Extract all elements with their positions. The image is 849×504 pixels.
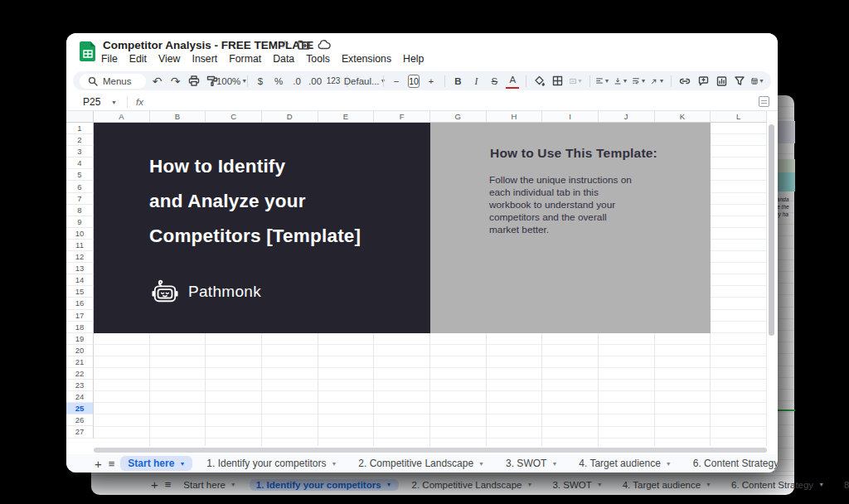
sheet-tab-6[interactable]: 6. Content Strategy▼ (725, 479, 831, 491)
text-wrap-button[interactable]: ▼ (633, 74, 646, 89)
sheet-tab-4[interactable]: 3. SWOT▼ (546, 479, 609, 491)
side-panel-icon[interactable] (759, 96, 769, 107)
increase-font-button[interactable]: + (424, 74, 438, 89)
cloud-status-icon[interactable] (318, 40, 331, 50)
sheet-tab-3[interactable]: 2. Competitive Landscape▼ (405, 479, 540, 491)
all-sheets-button[interactable]: ≡ (109, 458, 114, 470)
row-header-17[interactable]: 17 (66, 310, 94, 322)
column-header-E[interactable]: E (318, 111, 375, 122)
insert-chart-button[interactable] (715, 74, 728, 89)
format-currency-button[interactable]: $ (254, 74, 267, 89)
chevron-down-icon[interactable]: ▼ (179, 461, 185, 467)
sheet-tab-2[interactable]: 1. Identify your competitors▼ (199, 456, 344, 471)
column-header-I[interactable]: I (542, 111, 599, 122)
column-header-A[interactable]: A (94, 111, 150, 122)
chevron-down-icon[interactable]: ▼ (597, 482, 603, 487)
row-header-22[interactable]: 22 (66, 368, 94, 380)
italic-button[interactable]: I (469, 74, 483, 89)
format-percent-button[interactable]: % (272, 74, 285, 89)
sheet-tab-1[interactable]: Start here▼ (177, 479, 242, 491)
add-sheet-button[interactable]: + (95, 457, 102, 471)
font-size-input[interactable]: 10 (408, 75, 420, 88)
vertical-align-button[interactable]: ▼ (614, 74, 628, 89)
name-box-dropdown[interactable]: ▼ (111, 99, 117, 105)
sheet-tab-6[interactable]: 6. Content Strategy▼ (686, 456, 778, 471)
row-header-12[interactable]: 12 (66, 251, 94, 263)
undo-button[interactable]: ↶ (151, 74, 164, 89)
borders-button[interactable] (551, 74, 565, 89)
column-header-F[interactable]: F (374, 111, 430, 122)
menu-data[interactable]: Data (273, 53, 294, 65)
decrease-decimal-button[interactable]: .0 (290, 74, 303, 89)
menu-file[interactable]: File (101, 53, 118, 65)
create-filter-button[interactable] (733, 74, 746, 89)
row-header-27[interactable]: 27 (66, 426, 94, 438)
row-header-1[interactable]: 1 (66, 123, 94, 134)
column-header-J[interactable]: J (599, 111, 655, 122)
row-header-7[interactable]: 7 (66, 193, 94, 205)
sheet-tab-4[interactable]: 3. SWOT▼ (498, 456, 565, 471)
horizontal-scrollbar[interactable] (94, 448, 767, 453)
chevron-down-icon[interactable]: ▼ (527, 482, 533, 487)
star-icon[interactable]: ☆ (280, 39, 290, 51)
row-header-21[interactable]: 21 (66, 356, 94, 368)
chevron-down-icon[interactable]: ▼ (551, 461, 557, 467)
row-header-16[interactable]: 16 (66, 298, 94, 309)
column-header-L[interactable]: L (711, 111, 767, 122)
row-header-24[interactable]: 24 (66, 391, 94, 403)
number-format-button[interactable]: 123 (327, 74, 340, 89)
strikethrough-button[interactable]: S (488, 74, 501, 89)
row-header-2[interactable]: 2 (66, 134, 94, 146)
row-header-15[interactable]: 15 (66, 286, 94, 298)
row-header-20[interactable]: 20 (66, 345, 94, 356)
redo-button[interactable]: ↷ (169, 74, 182, 89)
sheet-tab-2[interactable]: 1. Identify your competitors▼ (250, 479, 399, 491)
menu-edit[interactable]: Edit (129, 53, 147, 65)
insert-link-button[interactable] (678, 74, 691, 89)
sheets-logo-icon[interactable] (78, 41, 98, 62)
row-header-4[interactable]: 4 (66, 158, 94, 169)
decrease-font-button[interactable]: − (390, 74, 403, 89)
sheet-tab-3[interactable]: 2. Competitive Landscape▼ (351, 456, 492, 471)
menu-view[interactable]: View (158, 53, 180, 65)
zoom-select[interactable]: 100%▼ (224, 74, 240, 89)
menu-format[interactable]: Format (229, 53, 261, 65)
chevron-down-icon[interactable]: ▼ (386, 482, 392, 487)
chevron-down-icon[interactable]: ▼ (478, 461, 484, 467)
row-header-25[interactable]: 25 (66, 403, 94, 414)
font-select[interactable]: Defaul...▼ (354, 74, 376, 89)
horizontal-align-button[interactable]: ▼ (596, 74, 609, 89)
increase-decimal-button[interactable]: .00 (308, 74, 322, 89)
column-header-B[interactable]: B (150, 111, 206, 122)
menu-insert[interactable]: Insert (192, 53, 217, 65)
column-header-G[interactable]: G (430, 111, 487, 122)
row-header-23[interactable]: 23 (66, 380, 94, 391)
menu-help[interactable]: Help (403, 53, 424, 65)
row-header-10[interactable]: 10 (66, 228, 94, 240)
sheet-tab-7[interactable]: 8. More▼ (837, 479, 849, 491)
text-rotation-button[interactable]: ▼ (651, 74, 664, 89)
column-header-C[interactable]: C (206, 111, 262, 122)
row-header-26[interactable]: 26 (66, 414, 94, 426)
sheet-tab-1[interactable]: Start here▼ (120, 456, 192, 471)
chevron-down-icon[interactable]: ▼ (666, 461, 672, 467)
menu-tools[interactable]: Tools (306, 53, 330, 65)
chevron-down-icon[interactable]: ▼ (706, 482, 711, 487)
column-header-K[interactable]: K (655, 111, 711, 122)
select-all-corner[interactable] (66, 111, 94, 122)
menu-extensions[interactable]: Extensions (342, 53, 391, 65)
column-header-H[interactable]: H (487, 111, 543, 122)
row-header-9[interactable]: 9 (66, 216, 94, 228)
row-header-8[interactable]: 8 (66, 205, 94, 216)
row-header-18[interactable]: 18 (66, 322, 94, 333)
row-header-14[interactable]: 14 (66, 274, 94, 286)
column-header-D[interactable]: D (262, 111, 318, 122)
row-header-6[interactable]: 6 (66, 181, 94, 192)
print-button[interactable] (187, 74, 201, 89)
fill-color-button[interactable] (533, 74, 546, 89)
row-header-3[interactable]: 3 (66, 146, 94, 158)
chevron-down-icon[interactable]: ▼ (331, 461, 337, 467)
text-color-button[interactable]: A (506, 74, 519, 89)
move-folder-icon[interactable] (298, 40, 310, 50)
insert-comment-button[interactable] (696, 74, 710, 89)
